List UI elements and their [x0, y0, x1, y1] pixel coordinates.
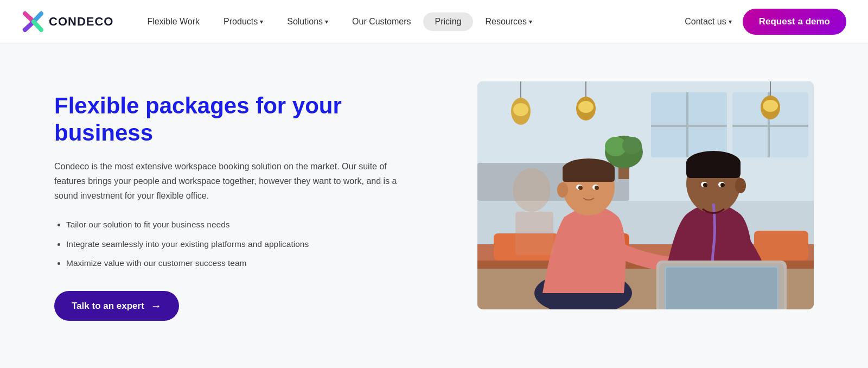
request-demo-button[interactable]: Request a demo	[743, 9, 846, 35]
svg-point-19	[578, 101, 593, 113]
svg-point-49	[735, 178, 746, 193]
hero-left: Flexible packages for your business Cond…	[54, 76, 445, 321]
svg-rect-48	[686, 159, 741, 178]
nav-item-resources[interactable]: Resources	[473, 17, 544, 27]
svg-rect-38	[563, 166, 615, 182]
hero-description: Condeco is the most extensive workspace …	[54, 159, 401, 204]
nav-link-products[interactable]: Products	[212, 17, 275, 27]
svg-point-16	[513, 103, 528, 116]
svg-point-22	[763, 100, 778, 112]
hero-title: Flexible packages for your business	[54, 92, 445, 147]
nav-link-flexible-work[interactable]: Flexible Work	[135, 17, 212, 27]
svg-rect-61	[515, 212, 553, 255]
nav-item-pricing[interactable]: Pricing	[423, 12, 474, 31]
nav-item-solutions[interactable]: Solutions	[275, 17, 340, 27]
nav-item-products[interactable]: Products	[212, 17, 275, 27]
nav-links: Flexible Work Products Solutions Our Cus…	[135, 12, 685, 31]
bullet-2: Integrate seamlessly into your existing …	[66, 238, 445, 250]
svg-line-4	[34, 22, 41, 30]
svg-point-43	[595, 186, 599, 190]
nav-link-our-customers[interactable]: Our Customers	[340, 17, 423, 27]
logo-link[interactable]: CONDECO	[22, 10, 113, 33]
bullet-3: Maximize value with our customer success…	[66, 257, 445, 269]
hero-right	[477, 81, 814, 309]
svg-point-41	[578, 186, 583, 190]
talk-to-expert-button[interactable]: Talk to an expert →	[54, 291, 179, 321]
nav-item-our-customers[interactable]: Our Customers	[340, 17, 423, 27]
svg-point-39	[557, 182, 568, 198]
svg-point-60	[513, 168, 551, 212]
svg-rect-10	[651, 125, 727, 127]
svg-rect-33	[754, 231, 808, 261]
logo-icon	[22, 10, 44, 33]
nav-item-flexible-work[interactable]: Flexible Work	[135, 17, 212, 27]
svg-point-53	[720, 183, 725, 187]
hero-section: Flexible packages for your business Cond…	[0, 43, 868, 368]
svg-rect-12	[732, 125, 808, 127]
svg-point-51	[703, 183, 707, 187]
hero-image	[477, 81, 814, 309]
arrow-icon: →	[151, 300, 162, 312]
nav-link-pricing[interactable]: Pricing	[423, 12, 474, 31]
contact-link[interactable]: Contact us ▾	[685, 17, 731, 27]
contact-chevron-icon: ▾	[729, 18, 732, 26]
logo-text: CONDECO	[49, 15, 113, 29]
office-scene-svg	[477, 81, 814, 309]
bullet-1: Tailor our solution to fit your business…	[66, 218, 445, 231]
hero-bullets: Tailor our solution to fit your business…	[54, 218, 445, 269]
nav-link-resources[interactable]: Resources	[473, 17, 544, 27]
svg-point-26	[622, 137, 642, 154]
navigation: CONDECO Flexible Work Products Solutions…	[0, 0, 868, 43]
svg-rect-58	[666, 268, 777, 309]
nav-right: Contact us ▾ Request a demo	[685, 9, 846, 35]
nav-link-solutions[interactable]: Solutions	[275, 17, 340, 27]
